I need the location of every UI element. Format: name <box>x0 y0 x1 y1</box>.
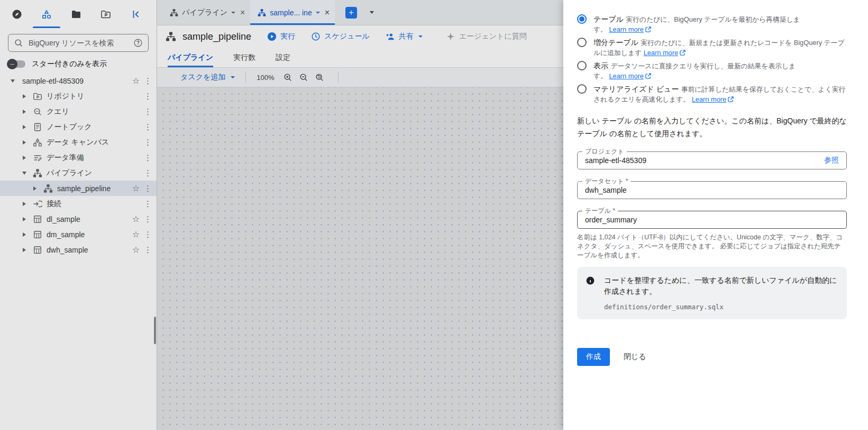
star-icon[interactable]: ☆ <box>129 183 143 193</box>
more-actions-icon[interactable]: ⋮ <box>143 92 152 101</box>
share-button[interactable]: 共有 <box>386 32 423 41</box>
zoom-in-icon[interactable] <box>280 69 296 85</box>
more-actions-icon[interactable]: ⋮ <box>143 168 152 178</box>
star-icon[interactable]: ☆ <box>129 245 143 255</box>
caret-down-icon[interactable] <box>19 172 30 175</box>
chevron-down-icon <box>231 76 235 78</box>
more-actions-icon[interactable]: ⋮ <box>143 199 152 209</box>
caret-right-icon[interactable] <box>19 156 30 160</box>
tree-item-connections[interactable]: 接続 ⋮ <box>0 196 157 211</box>
tree-item-sample-pipeline[interactable]: sample_pipeline ☆ ⋮ <box>0 181 157 196</box>
tab-menu-caret-icon[interactable] <box>231 12 235 14</box>
dataset-field[interactable]: データセット * dwh_sample <box>577 181 847 199</box>
learn-more-link[interactable]: Learn more <box>692 95 734 103</box>
close-tab-icon[interactable]: × <box>325 8 330 17</box>
tree-item-data-prep[interactable]: データ準備 ⋮ <box>0 150 157 165</box>
create-table-dialog: テーブル 実行のたびに、BigQuery テーブルを最初から再構築します。 Le… <box>563 0 868 430</box>
sidebar-scrollbar[interactable] <box>154 317 156 344</box>
browse-link[interactable]: 参照 <box>824 156 839 165</box>
tree-item-dm-sample[interactable]: dm_sample ☆ ⋮ <box>0 227 157 242</box>
caret-right-icon[interactable] <box>19 125 30 129</box>
option-materialized-view[interactable]: マテリアライズド ビュー 事前に計算した結果を保存しておくことで、よく実行される… <box>577 84 847 104</box>
run-button[interactable]: 実行 <box>267 32 295 41</box>
tree-item-queries[interactable]: クエリ ⋮ <box>0 104 157 119</box>
more-actions-icon[interactable]: ⋮ <box>143 76 152 86</box>
tree-item-notebooks[interactable]: ノートブック ⋮ <box>0 119 157 135</box>
tree-item-dl-sample[interactable]: dl_sample ☆ ⋮ <box>0 211 157 227</box>
more-actions-icon[interactable]: ⋮ <box>143 184 152 193</box>
starred-only-label: スター付きのみを表示 <box>32 59 107 69</box>
zoom-out-icon[interactable] <box>296 69 312 85</box>
close-button[interactable]: 閉じる <box>624 352 646 362</box>
more-actions-icon[interactable]: ⋮ <box>143 245 152 255</box>
tree-item-pipelines[interactable]: パイプライン ⋮ <box>0 165 157 181</box>
chevron-down-icon <box>418 35 423 38</box>
new-tab-button[interactable]: + <box>345 7 357 19</box>
star-icon[interactable]: ☆ <box>129 229 143 239</box>
caret-right-icon[interactable] <box>19 110 30 114</box>
resources-view-icon[interactable] <box>36 4 57 25</box>
close-tab-icon[interactable]: × <box>240 8 245 17</box>
tab-pipelines[interactable]: パイプライン × <box>162 0 250 25</box>
radio-icon[interactable] <box>577 84 587 94</box>
tab-menu-caret-icon[interactable] <box>316 12 320 14</box>
search-input[interactable] <box>28 38 129 48</box>
radio-icon[interactable] <box>577 38 587 47</box>
project-field[interactable]: プロジェクト sample-etl-485309 参照 <box>577 151 847 169</box>
subtab-executions[interactable]: 実行数 <box>233 48 255 67</box>
more-actions-icon[interactable]: ⋮ <box>143 107 152 117</box>
learn-more-link[interactable]: Learn more <box>644 49 686 57</box>
create-button[interactable]: 作成 <box>577 348 610 366</box>
caret-right-icon[interactable] <box>19 202 30 206</box>
learn-more-link[interactable]: Learn more <box>609 72 651 80</box>
star-icon[interactable]: ☆ <box>129 214 143 224</box>
option-incremental-table[interactable]: 増分テーブル 実行のたびに、新規または更新されたレコードを BigQuery テ… <box>577 37 847 57</box>
explorer-compass-icon[interactable] <box>6 4 28 25</box>
add-task-button[interactable]: タスクを追加 <box>180 73 235 82</box>
caret-right-icon[interactable] <box>19 232 30 237</box>
more-actions-icon[interactable]: ⋮ <box>143 214 152 224</box>
radio-selected-icon[interactable] <box>577 14 587 24</box>
learn-more-link[interactable]: Learn more <box>609 25 651 33</box>
help-icon[interactable] <box>133 38 143 48</box>
caret-right-icon[interactable] <box>19 217 30 221</box>
caret-down-icon[interactable] <box>7 79 18 83</box>
option-view[interactable]: 表示 データソースに直接クエリを実行し、最新の結果を表示します。 Learn m… <box>577 60 847 80</box>
external-link-icon <box>679 49 686 56</box>
data-canvas-icon <box>33 138 42 147</box>
pipeline-canvas[interactable] <box>157 87 563 430</box>
bigquery-studio-screen: スター付きのみを表示 sample-etl-485309 ☆ ⋮ リポジトリ ⋮… <box>0 0 868 430</box>
info-icon <box>586 276 595 285</box>
star-icon[interactable]: ☆ <box>129 76 143 86</box>
subtab-pipeline[interactable]: パイプライン <box>168 48 213 67</box>
radio-icon[interactable] <box>577 61 587 70</box>
more-actions-icon[interactable]: ⋮ <box>143 153 152 163</box>
tab-overflow-caret-icon[interactable] <box>370 11 374 14</box>
explorer-sidebar: スター付きのみを表示 sample-etl-485309 ☆ ⋮ リポジトリ ⋮… <box>0 0 157 430</box>
starred-only-toggle[interactable] <box>8 60 25 68</box>
collapse-sidebar-icon[interactable] <box>126 4 147 25</box>
zoom-reset-icon[interactable] <box>312 69 327 85</box>
tab-sample-pipeline[interactable]: sample... ine × <box>250 0 335 25</box>
more-actions-icon[interactable]: ⋮ <box>143 138 152 147</box>
caret-right-icon[interactable] <box>30 186 40 191</box>
more-actions-icon[interactable]: ⋮ <box>143 230 152 239</box>
table-field[interactable]: テーブル * order_summary <box>577 211 847 229</box>
ask-agent-button[interactable]: エージェントに質問 <box>446 32 527 41</box>
folder-view-icon[interactable] <box>66 4 87 25</box>
tree-item-project[interactable]: sample-etl-485309 ☆ ⋮ <box>0 73 157 88</box>
schedule-button[interactable]: スケジュール <box>311 32 370 41</box>
toolbar-divider <box>245 71 246 83</box>
option-table[interactable]: テーブル 実行のたびに、BigQuery テーブルを最初から再構築します。 Le… <box>577 14 847 34</box>
caret-right-icon[interactable] <box>19 140 30 145</box>
tree-item-repositories[interactable]: リポジトリ ⋮ <box>0 88 157 104</box>
tree-item-dwh-sample[interactable]: dwh_sample ☆ ⋮ <box>0 242 157 257</box>
data-prep-icon <box>33 153 42 163</box>
note-text: コードを整理するために、一致する名前で新しいファイルが自動的に作成されます。 <box>604 275 837 297</box>
subtab-settings[interactable]: 設定 <box>276 48 290 67</box>
caret-right-icon[interactable] <box>19 248 30 252</box>
caret-right-icon[interactable] <box>19 94 30 98</box>
more-actions-icon[interactable]: ⋮ <box>143 122 152 132</box>
repository-view-icon[interactable] <box>95 4 116 25</box>
tree-item-data-canvas[interactable]: データ キャンバス ⋮ <box>0 135 157 150</box>
